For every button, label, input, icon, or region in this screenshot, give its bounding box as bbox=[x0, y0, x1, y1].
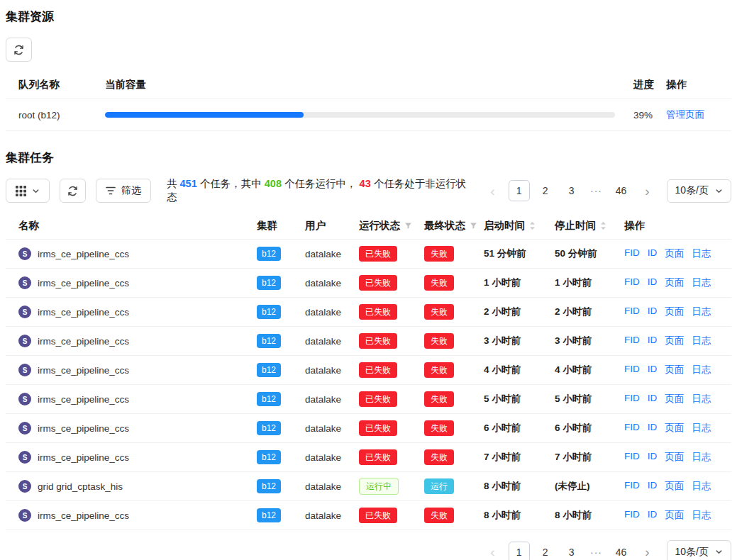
task-action-link-fid[interactable]: FID bbox=[624, 306, 640, 318]
task-action-link-日志[interactable]: 日志 bbox=[692, 335, 711, 347]
run-status-tag: 已失败 bbox=[359, 333, 397, 349]
task-action-link-日志[interactable]: 日志 bbox=[692, 480, 711, 493]
pagination-top: ‹123···46›10条/页 bbox=[482, 179, 731, 203]
page-button-1[interactable]: 1 bbox=[509, 542, 530, 560]
task-action-link-日志[interactable]: 日志 bbox=[692, 276, 711, 289]
task-action-link-id[interactable]: ID bbox=[648, 393, 658, 405]
start-time: 4 小时前 bbox=[484, 364, 555, 376]
capacity-bar-fill bbox=[105, 112, 304, 118]
page-size-select[interactable]: 10条/页 bbox=[667, 540, 731, 560]
header-operations: 操作 bbox=[624, 219, 731, 233]
cluster-tag: b12 bbox=[257, 276, 281, 290]
task-action-link-页面[interactable]: 页面 bbox=[665, 276, 684, 289]
final-status-filter-icon[interactable] bbox=[470, 222, 477, 230]
page-button-46[interactable]: 46 bbox=[611, 180, 632, 201]
refresh-tasks-button[interactable] bbox=[60, 179, 86, 203]
run-status-tag: 已失败 bbox=[359, 508, 397, 523]
page-button-46[interactable]: 46 bbox=[611, 542, 632, 560]
stop-time: 3 小时前 bbox=[555, 335, 624, 347]
task-action-link-页面[interactable]: 页面 bbox=[665, 509, 684, 522]
task-name: irms_ce_pipeline_ccs bbox=[38, 365, 129, 376]
task-action-link-id[interactable]: ID bbox=[648, 509, 658, 522]
cluster-tag: b12 bbox=[257, 247, 281, 261]
final-status-tag: 失败 bbox=[424, 391, 454, 407]
spark-avatar-icon: S bbox=[18, 247, 31, 260]
task-action-link-id[interactable]: ID bbox=[648, 364, 658, 376]
task-action-link-页面[interactable]: 页面 bbox=[665, 393, 684, 405]
task-user: datalake bbox=[305, 249, 359, 259]
page-ellipsis[interactable]: ··· bbox=[587, 547, 606, 558]
task-action-link-日志[interactable]: 日志 bbox=[692, 451, 711, 464]
manage-page-link[interactable]: 管理页面 bbox=[666, 109, 704, 120]
next-page-button[interactable]: › bbox=[637, 180, 658, 201]
task-action-link-id[interactable]: ID bbox=[648, 451, 658, 464]
cluster-tag: b12 bbox=[257, 305, 281, 319]
page-size-select[interactable]: 10条/页 bbox=[667, 179, 731, 203]
stop-time: 7 小时前 bbox=[555, 451, 624, 464]
task-action-link-id[interactable]: ID bbox=[648, 247, 658, 260]
task-action-link-fid[interactable]: FID bbox=[624, 509, 640, 522]
task-action-link-fid[interactable]: FID bbox=[624, 247, 640, 260]
task-action-link-页面[interactable]: 页面 bbox=[665, 422, 684, 435]
final-status-tag: 失败 bbox=[424, 246, 454, 262]
cluster-tag: b12 bbox=[257, 421, 281, 435]
task-action-link-日志[interactable]: 日志 bbox=[692, 393, 711, 405]
start-time: 2 小时前 bbox=[484, 306, 555, 318]
task-action-link-fid[interactable]: FID bbox=[624, 276, 640, 289]
task-user: datalake bbox=[305, 452, 359, 463]
task-action-link-id[interactable]: ID bbox=[648, 480, 658, 493]
task-action-link-fid[interactable]: FID bbox=[624, 451, 640, 464]
run-status-tag: 已失败 bbox=[359, 362, 397, 378]
page-button-1[interactable]: 1 bbox=[509, 180, 530, 201]
stopped-task-count: 43 bbox=[360, 178, 371, 189]
task-action-link-id[interactable]: ID bbox=[648, 276, 658, 289]
page-button-2[interactable]: 2 bbox=[535, 180, 556, 201]
chevron-down-icon bbox=[32, 187, 40, 195]
task-action-link-id[interactable]: ID bbox=[648, 306, 658, 318]
page-button-3[interactable]: 3 bbox=[561, 180, 582, 201]
task-action-link-页面[interactable]: 页面 bbox=[665, 364, 684, 376]
task-action-link-fid[interactable]: FID bbox=[624, 393, 640, 405]
spark-avatar-icon: S bbox=[18, 422, 31, 435]
spark-avatar-icon: S bbox=[18, 451, 31, 464]
task-action-link-日志[interactable]: 日志 bbox=[692, 364, 711, 376]
total-task-count: 451 bbox=[180, 178, 197, 189]
task-action-link-id[interactable]: ID bbox=[648, 422, 658, 435]
task-action-link-fid[interactable]: FID bbox=[624, 335, 640, 347]
stop-time: 2 小时前 bbox=[555, 306, 624, 318]
task-action-link-页面[interactable]: 页面 bbox=[665, 451, 684, 464]
task-action-link-日志[interactable]: 日志 bbox=[692, 306, 711, 318]
task-action-link-日志[interactable]: 日志 bbox=[692, 509, 711, 522]
prev-page-button[interactable]: ‹ bbox=[482, 180, 504, 201]
task-action-link-页面[interactable]: 页面 bbox=[665, 480, 684, 493]
task-action-link-id[interactable]: ID bbox=[648, 335, 658, 347]
refresh-resources-button[interactable] bbox=[6, 38, 32, 62]
pagination-bottom: ‹123···46›10条/页 bbox=[482, 540, 731, 560]
task-action-link-日志[interactable]: 日志 bbox=[692, 422, 711, 435]
task-actions: FIDID页面日志 bbox=[624, 422, 731, 435]
stop-time: 1 小时前 bbox=[555, 276, 624, 289]
run-status-tag: 已失败 bbox=[359, 246, 397, 262]
next-page-button[interactable]: › bbox=[637, 542, 658, 560]
task-action-link-fid[interactable]: FID bbox=[624, 364, 640, 376]
page-button-2[interactable]: 2 bbox=[535, 542, 556, 560]
cluster-tasks-table: 名称 集群 用户 运行状态 最终状态 启动时间 bbox=[6, 213, 731, 530]
task-action-link-页面[interactable]: 页面 bbox=[665, 335, 684, 347]
task-action-link-fid[interactable]: FID bbox=[624, 422, 640, 435]
run-status-filter-icon[interactable] bbox=[404, 222, 412, 230]
spark-avatar-icon: S bbox=[18, 480, 31, 493]
prev-page-button[interactable]: ‹ bbox=[482, 542, 504, 560]
filter-button[interactable]: 筛选 bbox=[96, 179, 151, 203]
task-action-link-页面[interactable]: 页面 bbox=[665, 306, 684, 318]
task-action-link-fid[interactable]: FID bbox=[624, 480, 640, 493]
start-time-sort-icon[interactable] bbox=[529, 221, 536, 230]
header-progress: 进度 bbox=[616, 78, 666, 91]
layout-grid-button[interactable] bbox=[6, 179, 50, 203]
stop-time-sort-icon[interactable] bbox=[600, 221, 606, 230]
page-button-3[interactable]: 3 bbox=[561, 542, 582, 560]
cluster-tag: b12 bbox=[257, 508, 281, 522]
task-action-link-日志[interactable]: 日志 bbox=[692, 247, 711, 260]
refresh-icon bbox=[67, 186, 78, 196]
page-ellipsis[interactable]: ··· bbox=[587, 185, 606, 196]
task-action-link-页面[interactable]: 页面 bbox=[665, 247, 684, 260]
